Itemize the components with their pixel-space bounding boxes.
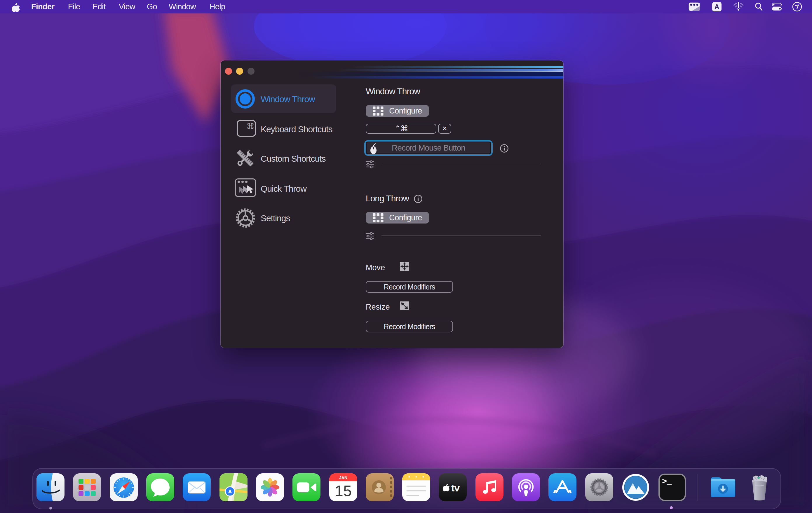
svg-text:JAN: JAN — [339, 475, 347, 480]
svg-text:15: 15 — [335, 482, 352, 499]
svg-text:>_: >_ — [662, 477, 672, 486]
svg-text:⌘: ⌘ — [246, 122, 255, 131]
svg-text:tv: tv — [451, 482, 460, 493]
svg-text:A: A — [714, 3, 719, 11]
